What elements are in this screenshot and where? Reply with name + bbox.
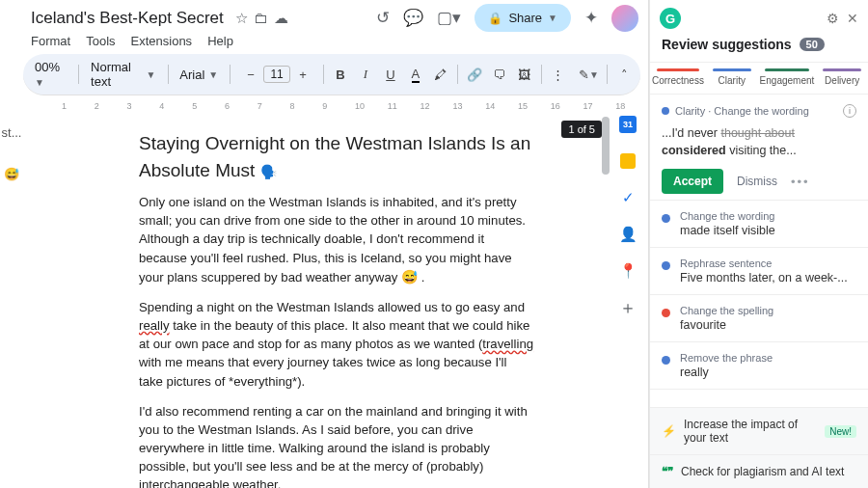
text-color-button[interactable]: A <box>405 63 426 86</box>
title-icons: ☆ 🗀 ☁ <box>235 10 288 27</box>
share-button[interactable]: 🔒 Share ▼ <box>475 4 571 32</box>
paragraph-style-select[interactable]: Normal text ▼ <box>85 58 161 91</box>
dismiss-button[interactable]: Dismiss <box>737 175 777 188</box>
heading[interactable]: Staying Overnight on the Westman Islands… <box>139 130 534 183</box>
clarity-dot-icon <box>662 356 670 365</box>
quotes-icon: ❝❞ <box>662 465 673 478</box>
accept-button[interactable]: Accept <box>662 169 723 194</box>
menu-extensions[interactable]: Extensions <box>131 34 193 48</box>
clarity-dot-icon <box>662 214 670 223</box>
emoji-sweat-smile-icon: 😅 <box>401 269 418 285</box>
font-size-group: − 11 + <box>236 63 317 86</box>
meet-icon[interactable]: ▢▾ <box>437 8 461 28</box>
tab-delivery[interactable]: Delivery <box>816 63 868 94</box>
title-right-controls: ↺ 💬 ▢▾ 🔒 Share ▼ ✦ <box>376 4 638 32</box>
paragraph[interactable]: I'd also recommend renting a car on the … <box>139 402 534 488</box>
highlight-button[interactable]: 🖍 <box>430 63 451 86</box>
comments-icon[interactable]: 💬 <box>403 8 423 28</box>
font-select[interactable]: Arial ▼ <box>174 66 224 84</box>
gemini-star-icon[interactable]: ✦ <box>584 8 598 28</box>
document-canvas[interactable]: Staying Overnight on the Westman Islands… <box>23 111 648 488</box>
calendar-icon[interactable]: 31 <box>618 115 637 134</box>
flagged-word[interactable]: really <box>139 318 170 333</box>
left-outline-strip: st... 😅 <box>0 0 23 488</box>
underline-button[interactable]: U <box>380 63 401 86</box>
suggestion-item[interactable]: Remove the phrasereally <box>650 342 868 390</box>
close-icon[interactable]: ✕ <box>847 11 858 26</box>
grammarly-tabs: Correctness Clarity Engagement Delivery <box>650 62 868 95</box>
impact-upsell-row[interactable]: ⚡ Increase the impact of your text New! <box>650 407 868 454</box>
maps-icon[interactable]: 📍 <box>618 261 637 281</box>
vertical-scrollbar-thumb[interactable] <box>602 117 610 175</box>
tab-correctness[interactable]: Correctness <box>650 63 706 94</box>
menu-help[interactable]: Help <box>207 34 233 48</box>
zoom-select[interactable]: 00% ▼ <box>29 58 72 91</box>
star-icon[interactable]: ☆ <box>235 10 248 27</box>
grammarly-title-row: Review suggestions 50 <box>650 37 868 62</box>
suggestion-item[interactable]: Change the spellingfavourite <box>650 295 868 342</box>
paragraph[interactable]: Only one island on the Westman Islands i… <box>139 193 534 286</box>
account-avatar[interactable] <box>611 5 638 32</box>
menu-format[interactable]: Format <box>31 34 70 48</box>
menu-bar: Format Tools Extensions Help <box>23 32 648 54</box>
tab-engagement[interactable]: Engagement <box>758 63 817 94</box>
clarity-dot-icon <box>662 107 669 115</box>
menu-tools[interactable]: Tools <box>86 34 115 48</box>
plagiarism-upsell-row[interactable]: ❝❞ Check for plagiarism and AI text <box>650 454 868 488</box>
insert-link-button[interactable]: 🔗 <box>464 63 485 86</box>
add-addon-icon[interactable]: ＋ <box>618 298 637 317</box>
history-icon[interactable]: ↺ <box>376 8 390 28</box>
page-indicator-badge: 1 of 5 <box>561 121 602 138</box>
docs-main-area: Iceland's Best-Kept Secret ☆ 🗀 ☁ ↺ 💬 ▢▾ … <box>23 0 649 488</box>
decrease-font-button[interactable]: − <box>240 63 261 86</box>
lock-icon: 🔒 <box>488 12 502 25</box>
suggestion-category-row: Clarity · Change the wording i <box>662 104 856 118</box>
cloud-status-icon[interactable]: ☁ <box>274 10 288 27</box>
outline-emoji-icon[interactable]: 😅 <box>4 167 19 181</box>
tasks-icon[interactable]: ✓ <box>618 188 637 207</box>
increase-font-button[interactable]: + <box>292 63 313 86</box>
share-label: Share <box>508 11 542 25</box>
document-title[interactable]: Iceland's Best-Kept Secret <box>27 7 228 30</box>
primary-suggestion-card[interactable]: Clarity · Change the wording i ...I'd ne… <box>650 95 868 201</box>
document-page[interactable]: Staying Overnight on the Westman Islands… <box>62 117 602 488</box>
suggestion-preview-text: ...I'd never thought about considered vi… <box>662 125 856 159</box>
grammarly-suggestions-list[interactable]: Clarity · Change the wording i ...I'd ne… <box>650 95 868 407</box>
bolt-icon: ⚡ <box>662 424 676 438</box>
paragraph[interactable]: Spending a night on the Westman Islands … <box>139 298 534 391</box>
more-options-icon[interactable]: ••• <box>791 175 810 189</box>
new-badge: New! <box>825 425 856 438</box>
review-suggestions-title: Review suggestions <box>662 37 792 52</box>
tab-clarity[interactable]: Clarity <box>706 63 758 94</box>
flagged-word[interactable]: travelling <box>482 337 533 351</box>
title-bar: Iceland's Best-Kept Secret ☆ 🗀 ☁ ↺ 💬 ▢▾ … <box>23 0 648 32</box>
suggestion-item[interactable]: Rephrase sentenceFive months later, on a… <box>650 248 868 295</box>
grammarly-header: G ⚙ ✕ <box>650 0 868 37</box>
info-icon[interactable]: i <box>843 104 856 118</box>
move-icon[interactable]: 🗀 <box>254 10 268 27</box>
emoji-speaking-icon: 🗣️ <box>260 164 277 179</box>
suggestion-item[interactable]: Change the wordingmade itself visible <box>650 201 868 248</box>
suggestion-actions: Accept Dismiss ••• <box>662 169 856 194</box>
editing-mode-button[interactable]: ✎ ▼ <box>577 63 602 86</box>
suggestion-count-badge: 50 <box>800 38 825 51</box>
keep-icon[interactable] <box>618 151 637 171</box>
grammarly-logo-icon[interactable]: G <box>660 8 681 29</box>
settings-gear-icon[interactable]: ⚙ <box>827 11 839 26</box>
grammarly-panel: G ⚙ ✕ Review suggestions 50 Correctness … <box>649 0 868 488</box>
outline-item-icon[interactable]: st... <box>2 125 22 140</box>
clarity-dot-icon <box>662 261 670 270</box>
horizontal-ruler[interactable]: 123456789101112131415161718 <box>23 97 648 111</box>
contacts-icon[interactable]: 👤 <box>618 225 637 244</box>
add-comment-button[interactable]: 🗨 <box>489 63 510 86</box>
font-size-input[interactable]: 11 <box>263 66 290 83</box>
toolbar: 00% ▼ Normal text ▼ Arial ▼ − 11 + B I U… <box>23 54 640 95</box>
correctness-dot-icon <box>662 309 670 317</box>
more-formatting-button[interactable]: ⋮ <box>548 63 569 86</box>
insert-image-button[interactable]: 🖼 <box>514 63 535 86</box>
collapse-toolbar-button[interactable]: ˄ <box>613 63 635 86</box>
bold-button[interactable]: B <box>330 63 351 86</box>
italic-button[interactable]: I <box>355 63 376 86</box>
chevron-down-icon: ▼ <box>548 13 557 23</box>
google-side-rail: 31 ✓ 👤 📍 ＋ <box>611 115 644 317</box>
